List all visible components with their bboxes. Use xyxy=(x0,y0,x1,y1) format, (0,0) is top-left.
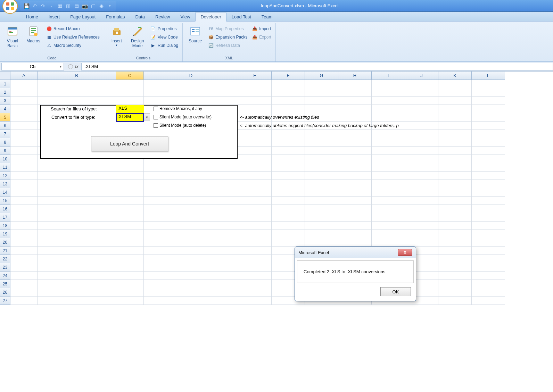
cell-A7[interactable] xyxy=(10,130,38,138)
cell-A2[interactable] xyxy=(10,88,38,97)
cell-F4[interactable] xyxy=(272,105,305,113)
cell-L14[interactable] xyxy=(472,188,505,197)
cell-D27[interactable] xyxy=(144,297,238,305)
row-header-18[interactable]: 18 xyxy=(0,222,10,230)
cell-C12[interactable] xyxy=(116,172,144,180)
row-header-4[interactable]: 4 xyxy=(0,105,10,113)
cell-H5[interactable] xyxy=(338,113,372,122)
column-header-A[interactable]: A xyxy=(10,72,38,80)
cell-C19[interactable] xyxy=(116,230,144,238)
tab-data[interactable]: Data xyxy=(130,12,150,21)
cell-E14[interactable] xyxy=(238,188,272,197)
cell-H17[interactable] xyxy=(338,213,372,222)
cell-L18[interactable] xyxy=(472,222,505,230)
cell-A16[interactable] xyxy=(10,205,38,213)
cell-K26[interactable] xyxy=(438,288,472,297)
cell-F8[interactable] xyxy=(272,138,305,147)
cell-H4[interactable] xyxy=(338,105,372,113)
cell-K17[interactable] xyxy=(438,213,472,222)
row-header-6[interactable]: 6 xyxy=(0,122,10,130)
cell-K14[interactable] xyxy=(438,188,472,197)
cell-C25[interactable] xyxy=(116,280,144,288)
checkbox-remove-macros[interactable]: Remove Macros, if any xyxy=(154,106,202,111)
cell-A13[interactable] xyxy=(10,180,38,188)
column-header-H[interactable]: H xyxy=(338,72,372,80)
cell-A8[interactable] xyxy=(10,138,38,147)
cell-I16[interactable] xyxy=(372,205,405,213)
cell-A12[interactable] xyxy=(10,172,38,180)
cell-H8[interactable] xyxy=(338,138,372,147)
cell-J9[interactable] xyxy=(405,147,438,155)
cell-L26[interactable] xyxy=(472,288,505,297)
column-header-C[interactable]: C xyxy=(116,72,144,80)
cell-G10[interactable] xyxy=(305,155,338,163)
cell-J13[interactable] xyxy=(405,180,438,188)
cell-F3[interactable] xyxy=(272,97,305,105)
cell-J15[interactable] xyxy=(405,197,438,205)
cell-J5[interactable] xyxy=(405,113,438,122)
cell-L19[interactable] xyxy=(472,230,505,238)
cell-C16[interactable] xyxy=(116,205,144,213)
column-header-I[interactable]: I xyxy=(372,72,405,80)
cell-K25[interactable] xyxy=(438,280,472,288)
checkbox-box[interactable] xyxy=(154,107,158,111)
cell-G9[interactable] xyxy=(305,147,338,155)
cell-F2[interactable] xyxy=(272,88,305,97)
cell-D23[interactable] xyxy=(144,263,238,272)
cell-D13[interactable] xyxy=(144,180,238,188)
cell-F18[interactable] xyxy=(272,222,305,230)
row-header-17[interactable]: 17 xyxy=(0,213,10,222)
cell-D1[interactable] xyxy=(144,80,238,88)
cell-K7[interactable] xyxy=(438,130,472,138)
row-header-11[interactable]: 11 xyxy=(0,163,10,172)
cell-L11[interactable] xyxy=(472,163,505,172)
cell-B21[interactable] xyxy=(38,247,116,255)
qat-item-5[interactable]: ◉ xyxy=(98,2,105,9)
cell-J17[interactable] xyxy=(405,213,438,222)
cell-G1[interactable] xyxy=(305,80,338,88)
cell-J20[interactable] xyxy=(405,238,438,247)
record-macro-button[interactable]: 🔴Record Macro xyxy=(44,25,101,33)
cell-D11[interactable] xyxy=(144,163,238,172)
insert-button[interactable]: Insert▾ xyxy=(107,24,126,53)
tab-team[interactable]: Team xyxy=(256,12,278,21)
cell-J7[interactable] xyxy=(405,130,438,138)
cell-L1[interactable] xyxy=(472,80,505,88)
cell-E3[interactable] xyxy=(238,97,272,105)
new-icon[interactable]: ▢ xyxy=(90,2,97,9)
cell-L10[interactable] xyxy=(472,155,505,163)
cell-A26[interactable] xyxy=(10,288,38,297)
cell-A19[interactable] xyxy=(10,230,38,238)
cell-K13[interactable] xyxy=(438,180,472,188)
cell-J12[interactable] xyxy=(405,172,438,180)
cell-K4[interactable] xyxy=(438,105,472,113)
cell-D17[interactable] xyxy=(144,213,238,222)
cell-F17[interactable] xyxy=(272,213,305,222)
cell-D3[interactable] xyxy=(144,97,238,105)
cell-G17[interactable] xyxy=(305,213,338,222)
tab-developer[interactable]: Developer xyxy=(195,12,226,22)
cell-D20[interactable] xyxy=(144,238,238,247)
cell-A9[interactable] xyxy=(10,147,38,155)
tab-load-test[interactable]: Load Test xyxy=(226,12,256,21)
cell-B22[interactable] xyxy=(38,255,116,263)
cell-I18[interactable] xyxy=(372,222,405,230)
cell-A25[interactable] xyxy=(10,280,38,288)
cell-B24[interactable] xyxy=(38,272,116,280)
cell-K19[interactable] xyxy=(438,230,472,238)
cell-F7[interactable] xyxy=(272,130,305,138)
cell-A20[interactable] xyxy=(10,238,38,247)
properties-button[interactable]: 📄Properties xyxy=(149,25,180,33)
cell-E7[interactable] xyxy=(238,130,272,138)
cell-L21[interactable] xyxy=(472,247,505,255)
cell-B3[interactable] xyxy=(38,97,116,105)
qat-dropdown-icon[interactable]: ▾ xyxy=(106,2,113,9)
cell-K5[interactable] xyxy=(438,113,472,122)
cell-K10[interactable] xyxy=(438,155,472,163)
cell-A17[interactable] xyxy=(10,213,38,222)
cell-C15[interactable] xyxy=(116,197,144,205)
row-header-2[interactable]: 2 xyxy=(0,88,10,97)
column-header-J[interactable]: J xyxy=(405,72,438,80)
cell-G12[interactable] xyxy=(305,172,338,180)
cell-L16[interactable] xyxy=(472,205,505,213)
